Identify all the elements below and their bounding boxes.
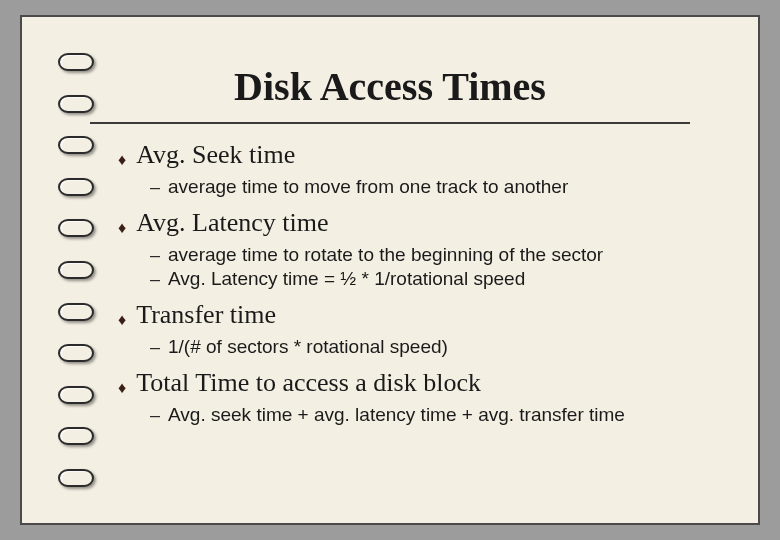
sub-bullet-item: – Avg. seek time + avg. latency time + a… <box>150 404 710 426</box>
binder-ring-icon <box>58 136 94 154</box>
sub-bullet-text: Avg. Latency time = ½ * 1/rotational spe… <box>168 268 525 290</box>
sub-bullet-text: average time to rotate to the beginning … <box>168 244 603 266</box>
sub-bullet-list: – 1/(# of sectors * rotational speed) <box>118 336 710 358</box>
binder-ring-icon <box>58 303 94 321</box>
diamond-bullet-icon: ♦ <box>118 152 126 168</box>
diamond-bullet-icon: ♦ <box>118 312 126 328</box>
title-underline <box>90 122 690 124</box>
sub-bullet-text: 1/(# of sectors * rotational speed) <box>168 336 448 358</box>
bullet-line: ♦ Avg. Seek time <box>118 140 710 170</box>
bullet-item: ♦ Avg. Seek time – average time to move … <box>118 140 710 198</box>
binder-ring-column <box>58 53 98 487</box>
binder-ring-icon <box>58 178 94 196</box>
bullet-line: ♦ Transfer time <box>118 300 710 330</box>
binder-ring-icon <box>58 427 94 445</box>
sub-bullet-list: – average time to move from one track to… <box>118 176 710 198</box>
bullet-line: ♦ Avg. Latency time <box>118 208 710 238</box>
bullet-label: Avg. Seek time <box>136 140 295 170</box>
sub-bullet-text: Avg. seek time + avg. latency time + avg… <box>168 404 625 426</box>
diamond-bullet-icon: ♦ <box>118 380 126 396</box>
dash-bullet-icon: – <box>150 245 160 266</box>
binder-ring-icon <box>58 219 94 237</box>
bullet-line: ♦ Total Time to access a disk block <box>118 368 710 398</box>
bullet-item: ♦ Transfer time – 1/(# of sectors * rota… <box>118 300 710 358</box>
sub-bullet-list: – Avg. seek time + avg. latency time + a… <box>118 404 710 426</box>
binder-ring-icon <box>58 344 94 362</box>
binder-ring-icon <box>58 469 94 487</box>
dash-bullet-icon: – <box>150 337 160 358</box>
diamond-bullet-icon: ♦ <box>118 220 126 236</box>
dash-bullet-icon: – <box>150 269 160 290</box>
binder-ring-icon <box>58 261 94 279</box>
bullet-item: ♦ Avg. Latency time – average time to ro… <box>118 208 710 290</box>
slide: Disk Access Times ♦ Avg. Seek time – ave… <box>20 15 760 525</box>
sub-bullet-item: – average time to move from one track to… <box>150 176 710 198</box>
sub-bullet-list: – average time to rotate to the beginnin… <box>118 244 710 290</box>
sub-bullet-item: – Avg. Latency time = ½ * 1/rotational s… <box>150 268 710 290</box>
sub-bullet-item: – average time to rotate to the beginnin… <box>150 244 710 266</box>
bullet-label: Total Time to access a disk block <box>136 368 481 398</box>
bullet-item: ♦ Total Time to access a disk block – Av… <box>118 368 710 426</box>
bullet-label: Avg. Latency time <box>136 208 328 238</box>
binder-ring-icon <box>58 53 94 71</box>
bullet-label: Transfer time <box>136 300 276 330</box>
slide-content: ♦ Avg. Seek time – average time to move … <box>70 140 710 426</box>
dash-bullet-icon: – <box>150 405 160 426</box>
dash-bullet-icon: – <box>150 177 160 198</box>
binder-ring-icon <box>58 95 94 113</box>
slide-title: Disk Access Times <box>70 63 710 110</box>
sub-bullet-item: – 1/(# of sectors * rotational speed) <box>150 336 710 358</box>
sub-bullet-text: average time to move from one track to a… <box>168 176 568 198</box>
binder-ring-icon <box>58 386 94 404</box>
